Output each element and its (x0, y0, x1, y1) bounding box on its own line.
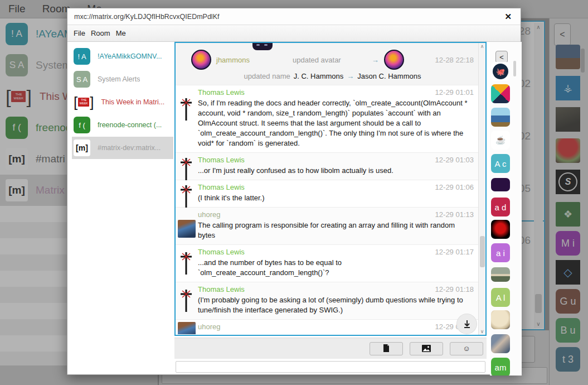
message-row: Thomas Lewis12-29 01:18 (I'm probably go… (176, 282, 478, 320)
room-item-selected[interactable]: [m] #matrix-dev:matrix... (72, 137, 173, 159)
message-text: (I'm probably going to be asking a lot o… (198, 295, 474, 315)
message-timestamp: 12-29 01:06 (435, 183, 474, 191)
message-text: The calling program is responsible for c… (198, 220, 474, 240)
cross-avatar[interactable] (180, 252, 192, 277)
message-timestamp: 12-29 01:18 (435, 285, 474, 293)
cross-avatar[interactable] (180, 289, 192, 314)
room-avatar-label: f ( (79, 121, 85, 129)
room-avatar-label: S A (76, 75, 88, 84)
composer-toolbar: ☺ (174, 338, 487, 359)
menu-room[interactable]: Room (91, 29, 110, 37)
scrollbar-thumb[interactable] (480, 236, 485, 267)
message-row: Thomas Lewis12-29 01:03 ...or I'm just r… (176, 153, 478, 180)
room-item-label: System Alerts (98, 75, 140, 83)
message-text: (I think it's the latter.) (198, 193, 474, 203)
matrix-logo-avatar: [m] (74, 139, 90, 156)
message-row: uhoreg12-29 01:23 (176, 320, 478, 334)
message-author[interactable]: Thomas Lewis (198, 88, 245, 97)
room-avatar: ! A (74, 48, 90, 65)
message-timestamp: 12-29 01:01 (435, 88, 474, 97)
cross-avatar[interactable] (180, 98, 192, 123)
message-author[interactable]: Thomas Lewis (198, 248, 245, 256)
uhoreg-avatar[interactable] (178, 322, 196, 334)
github-octocat-avatar[interactable]: 🐙 (491, 62, 510, 81)
uhoreg-avatar[interactable] (178, 220, 196, 238)
message-text: So, if I'm reading the docs and header c… (198, 98, 474, 148)
message-text: ...or I'm just really confused as to how… (198, 166, 474, 176)
member-list: < 🐙 ☕ A c a d a i A l am (490, 42, 522, 376)
scroll-to-bottom-button[interactable] (457, 314, 477, 334)
old-display-name: J. C. Hammons (294, 72, 344, 80)
airplane-photo-avatar[interactable] (491, 108, 510, 127)
room-list: ! A !AYeAMikkGOMNV... S A System Alerts … (67, 42, 174, 372)
smiley-icon: ☺ (463, 344, 470, 353)
room-item[interactable]: [THE WEEK] This Week in Matri... (72, 91, 173, 113)
state-event-row: jhammons updated avatar → 12-28 22:18 up… (176, 43, 478, 85)
message-author[interactable]: jhammons (216, 56, 250, 64)
cross-avatar[interactable] (180, 185, 192, 210)
member-letter-avatar[interactable]: A c (491, 154, 510, 173)
room-avatar-label: ! A (77, 52, 86, 61)
scroll-down-arrow[interactable]: ∨ (479, 329, 485, 334)
message-text: ...and the number of bytes has to be equ… (198, 258, 474, 278)
message-row: uhoreg12-29 01:13 The calling program is… (176, 208, 478, 245)
message-author[interactable]: Thomas Lewis (198, 285, 245, 293)
jhammons-new-avatar[interactable] (384, 50, 404, 70)
landscape-photo-avatar[interactable] (491, 267, 510, 282)
room-avatar: f ( (74, 117, 90, 133)
state-action: updated name (244, 72, 290, 80)
coffee-mug-icon: ☕ (495, 135, 506, 145)
jhammons-avatar[interactable] (191, 50, 211, 70)
dialog-titlebar[interactable]: mxc://matrix.org/KyLDJQfIHbRcvxQIEDmPdlK… (67, 8, 521, 25)
member-letter-avatar[interactable]: A l (491, 288, 510, 307)
dialog-menubar: File Room Me (67, 25, 521, 42)
emoji-button[interactable]: ☺ (450, 342, 483, 355)
message-input[interactable] (176, 361, 485, 373)
this-week-in-matrix-avatar: [THE WEEK] (74, 95, 94, 109)
message-row: Thomas Lewis12-29 01:01 So, if I'm readi… (176, 85, 478, 153)
message-author[interactable]: uhoreg (198, 323, 220, 331)
image-icon (422, 345, 431, 352)
color-diamonds-avatar[interactable] (491, 84, 510, 103)
attach-file-button[interactable] (370, 342, 403, 355)
arrow-icon: → (347, 72, 354, 80)
dog-plush-avatar[interactable] (491, 310, 510, 329)
message-timestamp: 12-29 01:03 (435, 156, 474, 164)
message-author[interactable]: Thomas Lewis (198, 183, 245, 191)
octocat-icon: 🐙 (493, 64, 508, 79)
scrollbar[interactable]: ∧ ∨ (478, 43, 485, 335)
member-letter-avatar[interactable]: a d (491, 198, 510, 216)
member-letter-avatar[interactable]: a i (491, 243, 510, 262)
state-action: updated avatar (293, 56, 341, 64)
screaming-face-avatar[interactable] (491, 334, 510, 353)
member-letter-avatar[interactable]: am (491, 358, 510, 376)
menu-me[interactable]: Me (116, 29, 126, 37)
message-timestamp: 12-29 01:17 (435, 248, 474, 256)
coffee-mug-avatar[interactable]: ☕ (491, 131, 510, 150)
demon-art-avatar[interactable] (491, 220, 510, 239)
screen: File Room Me ! A !AYeAM S A System [THE … (0, 0, 588, 385)
room-item-label: !AYeAMikkGOMNV... (98, 52, 162, 60)
collapse-members-button[interactable]: < (495, 51, 508, 63)
close-button[interactable]: ✕ (502, 12, 514, 22)
media-dialog-window: mxc://matrix.org/KyLDJQfIHbRcvxQIEDmPdlK… (67, 8, 521, 375)
file-icon (383, 344, 390, 353)
download-arrow-icon (463, 320, 471, 329)
message-author[interactable]: Thomas Lewis (198, 156, 245, 164)
room-item-label: This Week in Matri... (101, 98, 164, 106)
member-scrollbar-thumb[interactable] (513, 61, 516, 76)
room-item[interactable]: ! A !AYeAMikkGOMNV... (72, 45, 173, 68)
attach-image-button[interactable] (410, 342, 443, 355)
message-row: Thomas Lewis12-29 01:17 ...and the numbe… (176, 245, 478, 282)
purple-banner-avatar[interactable] (491, 178, 510, 191)
message-author[interactable]: uhoreg (198, 210, 220, 219)
cross-avatar[interactable] (180, 157, 192, 182)
clipped-avatar (252, 43, 273, 50)
scroll-up-arrow[interactable]: ∧ (479, 44, 485, 49)
room-item[interactable]: S A System Alerts (72, 68, 173, 90)
menu-file[interactable]: File (74, 29, 85, 37)
new-display-name: Jason C. Hammons (357, 72, 421, 80)
dialog-title: mxc://matrix.org/KyLDJQfIHbRcvxQIEDmPdlK… (74, 13, 502, 21)
room-item[interactable]: f ( freenode-connect (... (72, 114, 173, 136)
message-timeline: jhammons updated avatar → 12-28 22:18 up… (174, 42, 487, 336)
